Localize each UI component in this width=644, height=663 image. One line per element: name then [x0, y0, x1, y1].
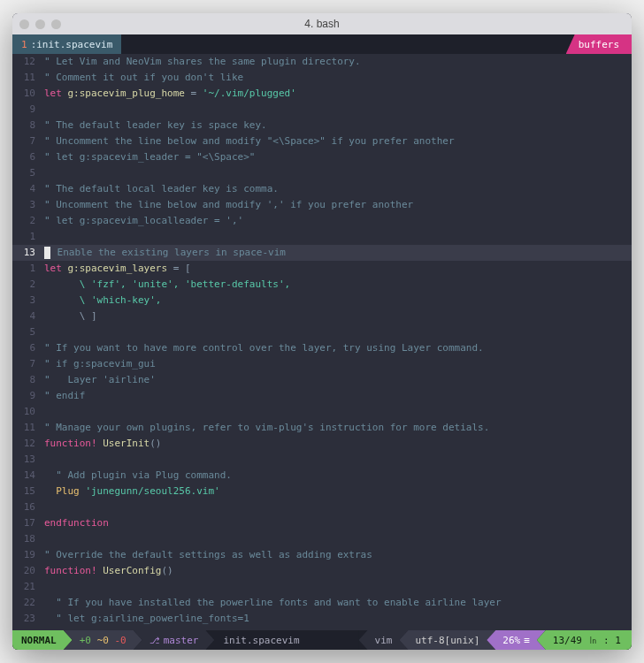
line-number: 6: [12, 340, 44, 356]
editor-line[interactable]: 8" The default leader key is space key.: [12, 118, 632, 133]
editor-line[interactable]: 19" Override the default settings as wel…: [12, 547, 632, 563]
line-number: 8: [12, 118, 44, 133]
line-code: " let g:spacevim_leader = "<\Space>": [44, 149, 632, 165]
line-number: 3: [12, 197, 44, 213]
editor-line[interactable]: 12" Let Vim and NeoVim shares the same p…: [12, 54, 632, 70]
editor-line[interactable]: 9" endif: [12, 388, 632, 404]
editor-line[interactable]: 13 Enable the existing layers in space-v…: [12, 245, 632, 261]
git-branch-segment: master: [134, 630, 215, 650]
editor-line[interactable]: 2" let g:spacevim_localleader = ',': [12, 213, 632, 229]
line-code: [44, 102, 632, 118]
terminal-window: 4. bash 1:init.spacevim buffers 12" Let …: [12, 13, 632, 650]
line-number: 9: [12, 102, 44, 118]
editor-line[interactable]: 22 " If you have installed the powerline…: [12, 595, 632, 611]
line-number: 12: [12, 436, 44, 452]
editor-line[interactable]: 1: [12, 229, 632, 245]
line-code: " endif: [44, 388, 632, 404]
line-number: 11: [12, 70, 44, 86]
line-code: " If you want to have more control over …: [44, 340, 632, 356]
line-code: " Add plugin via Plug command.: [44, 468, 632, 484]
editor-line[interactable]: 3 \ 'which-key',: [12, 293, 632, 309]
line-number: 2: [12, 277, 44, 293]
line-code: \ 'which-key',: [44, 293, 632, 309]
line-code: Enable the existing layers in space-vim: [44, 245, 632, 261]
editor-line[interactable]: 16: [12, 499, 632, 515]
editor-line[interactable]: 1let g:spacevim_layers = [: [12, 261, 632, 277]
editor-line[interactable]: 12function! UserInit(): [12, 436, 632, 452]
line-number: 16: [12, 499, 44, 515]
branch-icon: [150, 635, 164, 646]
editor-line[interactable]: 9: [12, 102, 632, 118]
line-number: 13: [12, 452, 44, 468]
line-number: 10: [12, 86, 44, 102]
editor-line[interactable]: 14 " Add plugin via Plug command.: [12, 468, 632, 484]
editor-line[interactable]: 11" Comment it out if you don't like: [12, 70, 632, 86]
editor-line[interactable]: 7" Uncomment the line below and modify "…: [12, 133, 632, 149]
editor-line[interactable]: 2 \ 'fzf', 'unite', 'better-defaults',: [12, 277, 632, 293]
encoding-segment: utf-8[unix]: [399, 630, 495, 650]
titlebar[interactable]: 4. bash: [12, 13, 632, 34]
line-code: [44, 579, 632, 595]
line-number: 3: [12, 293, 44, 309]
editor-line[interactable]: 23 " let g:airline_powerline_fonts=1: [12, 611, 632, 627]
line-number: 4: [12, 181, 44, 197]
line-code: Plug 'junegunn/seoul256.vim': [44, 484, 632, 499]
editor-line[interactable]: 15 Plug 'junegunn/seoul256.vim': [12, 484, 632, 499]
line-code: \ ]: [44, 309, 632, 324]
editor-line[interactable]: 7" if g:spacevim_gui: [12, 356, 632, 372]
traffic-lights: [19, 19, 61, 29]
line-number: 17: [12, 515, 44, 531]
line-code: " let g:airline_powerline_fonts=1: [44, 611, 632, 627]
line-number: 18: [12, 531, 44, 547]
editor-line[interactable]: 5: [12, 165, 632, 181]
editor-line[interactable]: 6" let g:spacevim_leader = "<\Space>": [12, 149, 632, 165]
line-number: 7: [12, 356, 44, 372]
mode-segment: NORMAL: [12, 630, 73, 650]
line-code: [44, 531, 632, 547]
editor-line[interactable]: 17endfunction: [12, 515, 632, 531]
line-code: let g:spacevim_layers = [: [44, 261, 632, 277]
tab-index: 1: [21, 39, 27, 50]
line-code: " The default leader key is space key.: [44, 118, 632, 133]
editor-line[interactable]: 11" Manage your own plugins, refer to vi…: [12, 420, 632, 436]
editor-line[interactable]: 10: [12, 404, 632, 420]
editor-line[interactable]: 10let g:spacevim_plug_home = '~/.vim/plu…: [12, 86, 632, 102]
line-number: 1: [12, 261, 44, 277]
line-number: 15: [12, 484, 44, 499]
line-number: 6: [12, 149, 44, 165]
line-number: 8: [12, 372, 44, 388]
editor-line[interactable]: 6" If you want to have more control over…: [12, 340, 632, 356]
line-number: 2: [12, 213, 44, 229]
position-segment: 13/49 ㏑ : 1: [537, 630, 632, 650]
line-number: 4: [12, 309, 44, 324]
line-number: 9: [12, 388, 44, 404]
minimize-icon[interactable]: [35, 19, 45, 29]
percent-icon: [520, 635, 530, 646]
editor-line[interactable]: 21: [12, 579, 632, 595]
line-code: function! UserConfig(): [44, 563, 632, 579]
editor-line[interactable]: 18: [12, 531, 632, 547]
line-number: 11: [12, 420, 44, 436]
statusline: NORMAL +0 ~0 -0 master init.spacevim vim…: [12, 630, 632, 650]
line-number: 20: [12, 563, 44, 579]
line-code: " let g:spacevim_localleader = ',': [44, 213, 632, 229]
git-diff-segment: +0 ~0 -0: [64, 630, 142, 650]
buffer-tab-active[interactable]: 1:init.spacevim: [12, 34, 121, 54]
line-code: \ 'fzf', 'unite', 'better-defaults',: [44, 277, 632, 293]
line-code: function! UserInit(): [44, 436, 632, 452]
line-code: let g:spacevim_plug_home = '~/.vim/plugg…: [44, 86, 632, 102]
editor-line[interactable]: 3" Uncomment the line below and modify '…: [12, 197, 632, 213]
tab-filename: init.spacevim: [36, 39, 112, 50]
close-icon[interactable]: [19, 19, 29, 29]
line-number: 23: [12, 611, 44, 627]
line-number: 5: [12, 165, 44, 181]
editor-area[interactable]: 12" Let Vim and NeoVim shares the same p…: [12, 54, 632, 630]
zoom-icon[interactable]: [51, 19, 61, 29]
editor-line[interactable]: 8" Layer 'airline': [12, 372, 632, 388]
editor-line[interactable]: 13: [12, 452, 632, 468]
editor-line[interactable]: 4" The default local leader key is comma…: [12, 181, 632, 197]
editor-line[interactable]: 20function! UserConfig(): [12, 563, 632, 579]
editor-line[interactable]: 5: [12, 324, 632, 340]
editor-line[interactable]: 4 \ ]: [12, 309, 632, 324]
line-code: [44, 499, 632, 515]
